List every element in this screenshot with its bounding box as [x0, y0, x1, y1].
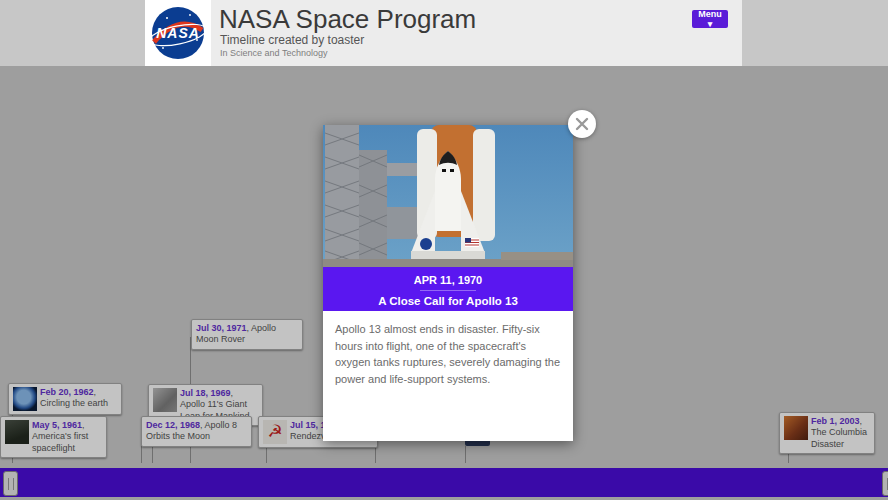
menu-button[interactable]: Menu ▾ [692, 10, 728, 28]
banner-divider [420, 290, 476, 291]
modal-event-date: APR 11, 1970 [323, 274, 573, 286]
svg-text:NASA: NASA [156, 25, 200, 41]
nasa-logo-icon: NASA [145, 0, 211, 66]
shuttle-launchpad-image [323, 125, 573, 267]
close-icon [568, 110, 596, 138]
page-title: NASA Space Program [219, 4, 476, 35]
modal-event-description: Apollo 13 almost ends in disaster. Fifty… [323, 311, 573, 441]
timeline-category: In Science and Technology [220, 48, 327, 58]
modal-event-title: A Close Call for Apollo 13 [323, 295, 573, 307]
timeline-page: Jul 30, 1971, Apollo Moon Rover Feb 20, … [0, 0, 888, 500]
timeline-author: Timeline created by toaster [220, 33, 364, 47]
header: NASA NASA Space Program Timeline created… [145, 0, 742, 66]
event-detail-modal: APR 11, 1970 A Close Call for Apollo 13 … [323, 125, 573, 441]
close-button[interactable] [568, 110, 596, 138]
modal-banner: APR 11, 1970 A Close Call for Apollo 13 [323, 267, 573, 311]
